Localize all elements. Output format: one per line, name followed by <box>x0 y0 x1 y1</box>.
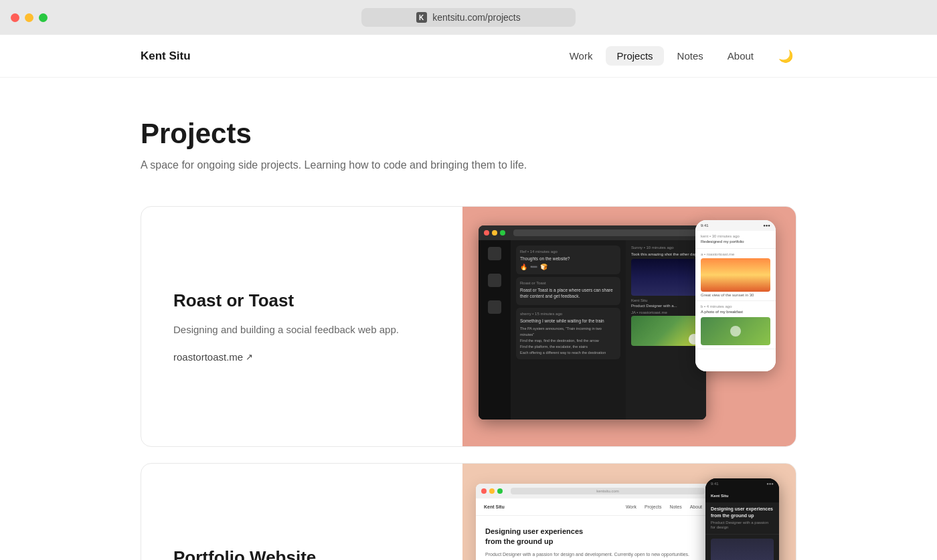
rot-sidebar-item-3 <box>479 294 511 320</box>
bread-emoji: 🍞 <box>540 264 547 270</box>
port-hero-title: Designing user experiencesfrom the groun… <box>485 527 701 547</box>
rot-phone-text-1: Redesigned my portfolio <box>701 240 770 245</box>
nav-link-about[interactable]: About <box>717 46 764 66</box>
project-info-portfolio: Portfolio Website Designing user experie… <box>141 464 462 560</box>
rot-food-image <box>631 316 701 346</box>
port-phone-item-1: Designing user experiences from the grou… <box>705 502 779 535</box>
traffic-lights <box>11 13 48 22</box>
project-image-rot: Ref • 14 minutes ago Thoughts on the web… <box>462 207 796 446</box>
port-dot-red <box>481 488 487 494</box>
rot-phone-signal: ●●● <box>763 223 770 227</box>
port-phone-title-1: Designing user experiences from the grou… <box>711 506 774 519</box>
port-nav-projects: Projects <box>645 504 661 509</box>
rot-post-1-emojis: 🔥 ➖ 🍞 <box>520 264 616 270</box>
port-dot-yellow <box>489 488 495 494</box>
rot-sidebar-item <box>479 240 511 267</box>
port-nav-notes: Notes <box>669 504 681 509</box>
window-chrome: K kentsitu.com/projects <box>0 0 937 35</box>
rot-phone-time: 9:41 <box>701 223 709 227</box>
port-nav-about: About <box>690 504 702 509</box>
port-nav-logo: Kent Situ <box>484 504 505 509</box>
rot-browser-bar <box>479 225 706 240</box>
rot-post-2: Roast or Toast Roast or Toast is a place… <box>516 277 620 305</box>
project-name-portfolio: Portfolio Website <box>173 547 430 560</box>
rot-post-1: Ref • 14 minutes ago Thoughts on the web… <box>516 246 620 274</box>
port-phone-screenshot <box>711 539 774 560</box>
nav-link-work[interactable]: Work <box>559 46 604 66</box>
rot-browser-body: Ref • 14 minutes ago Thoughts on the web… <box>479 240 706 419</box>
rot-post-3-user: sherry • 15 minutes ago <box>520 312 616 316</box>
port-phone-sub-1: Product Designer with a passion for desi… <box>711 521 774 531</box>
maximize-button[interactable] <box>39 13 48 22</box>
rot-phone-item-1: kent • 30 minutes ago Redesigned my port… <box>695 231 776 249</box>
rot-post-3-text: Something I wrote while waiting for the … <box>520 318 616 324</box>
port-phone-nav: Kent Situ <box>705 489 779 502</box>
port-screenshot-composite: kentsitu.com Kent Situ Work Projects Not… <box>462 464 796 560</box>
rot-phone-item-3: b • 4 minutes ago A photo of my breakfas… <box>695 301 776 349</box>
page: Kent Situ Work Projects Notes About 🌙 Pr… <box>0 35 937 560</box>
rot-phone-item-2: a • roastortoast.me Great view of the su… <box>695 249 776 301</box>
rot-dot-green <box>500 230 505 236</box>
project-card-rot: Roast or Toast Designing and building a … <box>141 206 796 447</box>
main-content: Projects A space for ongoing side projec… <box>0 78 937 560</box>
project-card-portfolio: Portfolio Website Designing user experie… <box>141 463 796 560</box>
page-title: Projects <box>141 118 796 150</box>
address-bar[interactable]: K kentsitu.com/projects <box>361 8 576 27</box>
rot-stars-image <box>631 259 701 296</box>
rot-post-1-text: Thoughts on the website? <box>520 256 616 262</box>
rot-right-header: Sunny • 10 minutes ago <box>631 246 701 250</box>
rot-right-text: Took this amazing shot the other day... <box>631 252 701 256</box>
project-link-text-rot: roastortoast.me <box>173 351 243 363</box>
rot-dot-yellow <box>492 230 497 236</box>
nav-link-projects[interactable]: Projects <box>606 46 663 66</box>
close-button[interactable] <box>11 13 19 22</box>
address-bar-url: kentsitu.com/projects <box>432 12 521 23</box>
project-info-rot: Roast or Toast Designing and building a … <box>141 207 462 446</box>
page-subtitle: A space for ongoing side projects. Learn… <box>141 159 796 171</box>
rot-screenshot-composite: Ref • 14 minutes ago Thoughts on the web… <box>462 207 796 446</box>
rot-food-user: JA • roastortoast.me <box>631 310 701 314</box>
port-browser-bar: kentsitu.com <box>476 484 710 498</box>
site-logo-icon: K <box>416 12 427 23</box>
rot-post-1-user: Ref • 14 minutes ago <box>520 250 616 254</box>
rot-phone-user-3: b • 4 minutes ago <box>701 304 770 308</box>
port-phone-status: 9:41 ●●● <box>705 478 779 489</box>
dark-mode-toggle[interactable]: 🌙 <box>775 45 796 67</box>
rot-phone-body: kent • 30 minutes ago Redesigned my port… <box>695 231 776 371</box>
rot-sunset-img <box>701 258 770 292</box>
rot-post-2-text: Roast or Toast is a place where users ca… <box>520 287 616 299</box>
rot-kent-user: Kent Situ <box>631 298 701 302</box>
rot-main-browser: Ref • 14 minutes ago Thoughts on the web… <box>479 225 706 419</box>
nav-logo[interactable]: Kent Situ <box>141 50 191 63</box>
project-desc-rot: Designing and building a social feedback… <box>173 322 430 338</box>
rot-sidebar <box>479 240 511 419</box>
rot-phone-status: 9:41 ●●● <box>695 220 776 231</box>
port-phone-mockup: 9:41 ●●● Kent Situ Designing user experi… <box>705 478 779 560</box>
port-dot-green <box>497 488 503 494</box>
rot-phone-text-3: A photo of my breakfast <box>701 310 770 315</box>
port-nav: Kent Situ Work Projects Notes About <box>476 498 710 516</box>
port-phone-time: 9:41 <box>711 482 719 486</box>
project-name-rot: Roast or Toast <box>173 290 430 311</box>
port-phone-body: Kent Situ Designing user experiences fro… <box>705 489 779 560</box>
svg-text:K: K <box>419 14 424 21</box>
minimize-button[interactable] <box>25 13 33 22</box>
port-nav-work: Work <box>626 504 636 509</box>
nav-link-notes[interactable]: Notes <box>667 46 714 66</box>
rot-right-panel: Sunny • 10 minutes ago Took this amazing… <box>626 240 706 419</box>
rot-breakfast-img <box>701 317 770 345</box>
rot-phone-user-2: a • roastortoast.me <box>701 252 770 256</box>
rot-dot-red <box>484 230 489 236</box>
rot-post-2-user: Roast or Toast <box>520 281 616 285</box>
port-browser-body: Kent Situ Work Projects Notes About Desi… <box>476 498 710 560</box>
port-hero-sub: Product Designer with a passion for desi… <box>485 551 701 559</box>
rot-phone-user-1: kent • 30 minutes ago <box>701 234 770 238</box>
rot-post-3: sherry • 15 minutes ago Something I wrot… <box>516 308 620 359</box>
external-link-icon-rot: ↗ <box>246 352 253 362</box>
fire-emoji: 🔥 <box>520 264 527 270</box>
port-main-browser: kentsitu.com Kent Situ Work Projects Not… <box>476 484 710 560</box>
minus-emoji: ➖ <box>530 264 537 270</box>
rot-feed-area: Ref • 14 minutes ago Thoughts on the web… <box>511 240 626 419</box>
project-link-rot[interactable]: roastortoast.me ↗ <box>173 351 430 363</box>
rot-phone-caption: Great view of the sunset in 30 <box>701 293 770 297</box>
